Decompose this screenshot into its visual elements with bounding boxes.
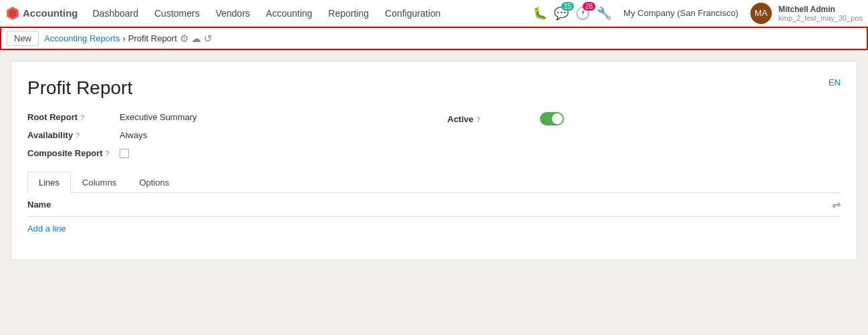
app-name: Accounting xyxy=(23,7,78,19)
table-sort-icon[interactable]: ⇌ xyxy=(832,198,841,211)
upload-icon[interactable]: ☁ xyxy=(191,33,201,45)
settings-form-icon[interactable]: ⚙ xyxy=(180,33,188,45)
active-label: Active ? xyxy=(448,114,535,124)
tab-columns[interactable]: Columns xyxy=(71,172,128,193)
chat-icon[interactable]: 💬 15 xyxy=(554,6,569,21)
root-report-help[interactable]: ? xyxy=(80,113,85,121)
user-account: kmp_2_test_may_30_pos xyxy=(778,14,863,22)
composite-report-help[interactable]: ? xyxy=(105,149,110,157)
availability-help[interactable]: ? xyxy=(76,131,80,139)
chat-badge: 15 xyxy=(561,2,574,11)
active-toggle[interactable] xyxy=(540,112,564,125)
activity-badge: 28 xyxy=(583,2,595,11)
table-name-col: Name xyxy=(27,200,832,210)
topnav-icons-group: 🐛 💬 15 🕐 28 🔧 My Company (San Francisco)… xyxy=(533,3,863,24)
nav-dashboard[interactable]: Dashboard xyxy=(86,5,146,21)
active-help[interactable]: ? xyxy=(476,115,480,123)
top-navigation: Accounting Dashboard Customers Vendors A… xyxy=(0,0,868,27)
form-right-col: Active ? xyxy=(448,112,841,158)
root-report-value[interactable]: Executive Summary xyxy=(120,112,197,122)
availability-field: Availability ? Always xyxy=(27,130,421,140)
form-fields: Root Report ? Executive Summary Availabi… xyxy=(27,112,841,158)
avatar[interactable]: MA xyxy=(750,3,772,24)
tab-lines[interactable]: Lines xyxy=(27,172,71,193)
nav-reporting[interactable]: Reporting xyxy=(321,5,376,21)
breadcrumb-separator: › xyxy=(122,33,125,43)
nav-accounting[interactable]: Accounting xyxy=(259,5,319,21)
new-button[interactable]: New xyxy=(7,31,39,46)
nav-configuration[interactable]: Configuration xyxy=(378,5,447,21)
availability-value: Always xyxy=(120,130,147,140)
breadcrumb: Accounting Reports › Profit Report ⚙ ☁ ↺ xyxy=(44,33,212,45)
bug-icon[interactable]: 🐛 xyxy=(533,6,547,21)
app-logo[interactable]: Accounting xyxy=(5,6,78,21)
breadcrumb-bar: New Accounting Reports › Profit Report ⚙… xyxy=(0,27,868,50)
breadcrumb-current: Profit Report xyxy=(128,33,177,43)
language-badge[interactable]: EN xyxy=(829,77,841,87)
root-report-label: Root Report ? xyxy=(27,112,114,122)
nav-vendors[interactable]: Vendors xyxy=(209,5,257,21)
activity-icon[interactable]: 🕐 28 xyxy=(575,6,590,21)
table-header: Name ⇌ xyxy=(27,193,841,217)
form-title: Profit Report xyxy=(27,77,841,99)
composite-report-field: Composite Report ? xyxy=(27,148,421,158)
main-content: EN Profit Report Root Report ? Executive… xyxy=(11,61,857,260)
tab-options[interactable]: Options xyxy=(128,172,180,193)
table-body: Add a line xyxy=(27,217,841,244)
composite-report-label: Composite Report ? xyxy=(27,148,114,158)
add-line-button[interactable]: Add a line xyxy=(27,217,841,240)
form-left-col: Root Report ? Executive Summary Availabi… xyxy=(27,112,421,158)
tabs: Lines Columns Options xyxy=(27,172,841,193)
nav-customers[interactable]: Customers xyxy=(148,5,206,21)
composite-report-checkbox[interactable] xyxy=(120,149,129,158)
refresh-icon[interactable]: ↺ xyxy=(204,33,212,45)
user-name: Mitchell Admin xyxy=(778,5,863,14)
root-report-field: Root Report ? Executive Summary xyxy=(27,112,421,122)
company-name[interactable]: My Company (San Francisco) xyxy=(618,8,744,18)
breadcrumb-parent[interactable]: Accounting Reports xyxy=(44,33,120,43)
settings-icon[interactable]: 🔧 xyxy=(597,6,611,21)
active-field: Active ? xyxy=(448,112,841,125)
availability-label: Availability ? xyxy=(27,130,114,140)
user-info: Mitchell Admin kmp_2_test_may_30_pos xyxy=(778,5,863,22)
